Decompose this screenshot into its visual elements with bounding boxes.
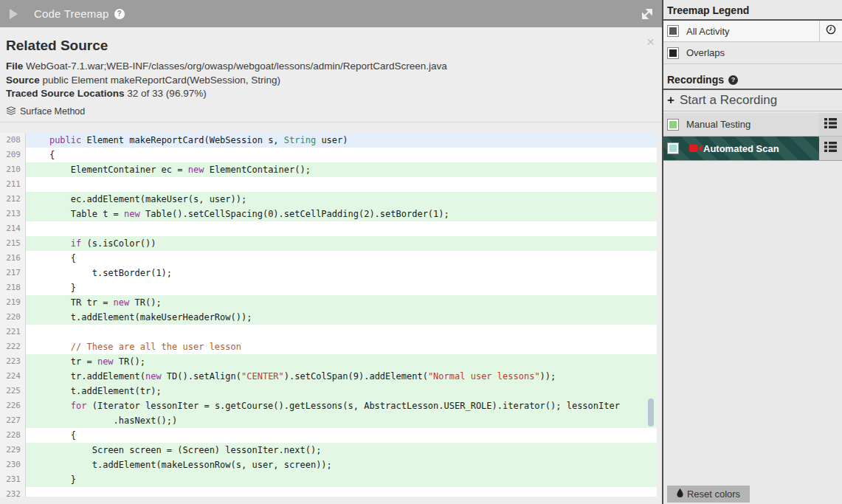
recording-item-automated-scan[interactable]: Automated Scan	[663, 137, 842, 161]
code-line: 227 .hasNext();)	[0, 413, 657, 428]
code-line: 209 {	[0, 148, 657, 162]
source-row: Source public Element makeReportCard(Web…	[0, 74, 663, 88]
code-line: 217 t.setBorder(1);	[0, 266, 657, 280]
all-activity-label: All Activity	[686, 26, 819, 37]
code-text: public Element makeReportCard(WebSession…	[26, 133, 657, 148]
line-number: 213	[0, 207, 26, 221]
code-line: 228 {	[0, 428, 657, 443]
line-number: 212	[0, 192, 26, 207]
code-line: 211	[0, 177, 657, 192]
file-label: File	[6, 61, 23, 72]
start-recording-label: Start a Recording	[680, 93, 777, 108]
line-number: 215	[0, 236, 26, 251]
file-value: WebGoat-7.1.war;WEB-INF/classes/org/owas…	[26, 61, 447, 72]
clock-icon	[826, 24, 836, 38]
line-number: 226	[0, 398, 26, 413]
source-label: Source	[6, 75, 40, 86]
manual-testing-main: Manual Testing	[663, 113, 819, 136]
code-line: 225 t.addElement(tr);	[0, 384, 657, 398]
line-number: 232	[0, 487, 26, 497]
code-text	[26, 177, 657, 192]
source-code-viewer[interactable]: 208 public Element makeReportCard(WebSes…	[0, 133, 657, 497]
treemap-legend-title: Treemap Legend	[667, 4, 749, 16]
line-number: 231	[0, 472, 26, 487]
code-line: 224 tr.addElement(new TD().setAlign("CEN…	[0, 369, 657, 384]
code-text: ec.addElement(makeUser(s, user));	[26, 192, 657, 207]
line-number: 221	[0, 325, 26, 339]
code-line: 214	[0, 221, 657, 236]
line-number: 223	[0, 354, 26, 369]
line-number: 224	[0, 369, 26, 384]
code-line: 221	[0, 325, 657, 339]
code-text: if (s.isColor())	[26, 236, 657, 251]
code-text: }	[26, 472, 657, 487]
code-line: 212 ec.addElement(makeUser(s, user));	[0, 192, 657, 207]
code-text: {	[26, 148, 657, 162]
close-icon[interactable]: ×	[646, 36, 655, 48]
recording-item-manual-testing[interactable]: Manual Testing	[663, 113, 842, 137]
code-text: .hasNext();)	[26, 413, 657, 428]
line-number: 228	[0, 428, 26, 443]
code-text: tr = new TR();	[26, 354, 657, 369]
manual-testing-label: Manual Testing	[686, 119, 819, 130]
automated-scan-swatch	[667, 142, 679, 154]
code-line: 223 tr = new TR();	[0, 354, 657, 369]
automated-scan-main: Automated Scan	[663, 137, 819, 160]
code-line: 220 t.addElement(makeUserHeaderRow());	[0, 310, 657, 325]
code-line: 232	[0, 487, 657, 497]
droplet-icon	[677, 489, 683, 500]
code-text: t.addElement(makeUserHeaderRow());	[26, 310, 657, 325]
line-number: 217	[0, 266, 26, 280]
line-number: 211	[0, 177, 26, 192]
overlaps-swatch	[667, 47, 679, 59]
code-line: 229 Screen screen = (Screen) lessonIter.…	[0, 443, 657, 458]
automated-scan-menu[interactable]	[819, 137, 842, 160]
code-text: ElementContainer ec = new ElementContain…	[26, 162, 657, 177]
surface-method-label: Surface Method	[20, 106, 85, 117]
line-number: 218	[0, 280, 26, 295]
code-text: TR tr = new TR();	[26, 295, 657, 310]
all-activity-swatch	[667, 25, 679, 37]
code-text: t.addElement(tr);	[26, 384, 657, 398]
code-text: // These are all the user lesson	[26, 339, 657, 354]
code-line: 210 ElementContainer ec = new ElementCon…	[0, 162, 657, 177]
code-text: tr.addElement(new TD().setAlign("CENTER"…	[26, 369, 657, 384]
recordings-help-icon[interactable]: ?	[728, 75, 738, 85]
surface-method-row[interactable]: Surface Method	[0, 106, 663, 117]
code-line: 213 Table t = new Table().setCellSpacing…	[0, 207, 657, 221]
help-icon[interactable]: ?	[114, 9, 125, 19]
line-number: 227	[0, 413, 26, 428]
list-icon	[824, 142, 837, 155]
activity-time-cell[interactable]	[819, 21, 842, 41]
expand-icon[interactable]	[641, 7, 653, 23]
code-scrollbar-thumb[interactable]	[648, 398, 654, 427]
reset-colors-button[interactable]: Reset colors	[667, 486, 750, 503]
code-line: 226 for (Iterator lessonIter = s.getCour…	[0, 398, 657, 413]
line-number: 209	[0, 148, 26, 162]
treemap-title: Code Treemap	[34, 7, 109, 20]
code-text: {	[26, 428, 657, 443]
code-text: t.setBorder(1);	[26, 266, 657, 280]
code-line: 208 public Element makeReportCard(WebSes…	[0, 133, 657, 148]
line-number: 214	[0, 221, 26, 236]
legend-item-overlaps[interactable]: Overlaps	[663, 42, 842, 64]
code-text	[26, 325, 657, 339]
line-number: 225	[0, 384, 26, 398]
code-line: 219 TR tr = new TR();	[0, 295, 657, 310]
legend-item-all-activity[interactable]: All Activity	[663, 21, 842, 42]
divider	[0, 122, 663, 122]
line-number: 216	[0, 251, 26, 266]
treemap-sidebar: Treemap Legend All Activity Overlaps Rec…	[662, 0, 842, 504]
traced-value: 32 of 33 (96.97%)	[127, 88, 206, 99]
manual-testing-menu[interactable]	[819, 113, 842, 136]
line-number: 210	[0, 162, 26, 177]
code-text	[26, 487, 657, 497]
start-recording-button[interactable]: + Start a Recording	[663, 90, 842, 111]
collapse-play-icon[interactable]	[10, 9, 18, 19]
reset-colors-label: Reset colors	[687, 489, 740, 500]
layers-icon	[6, 106, 16, 117]
overlaps-label: Overlaps	[686, 47, 842, 58]
video-camera-icon	[689, 144, 702, 153]
automated-scan-label: Automated Scan	[703, 143, 779, 154]
source-value: public Element makeReportCard(WebSession…	[43, 75, 280, 86]
